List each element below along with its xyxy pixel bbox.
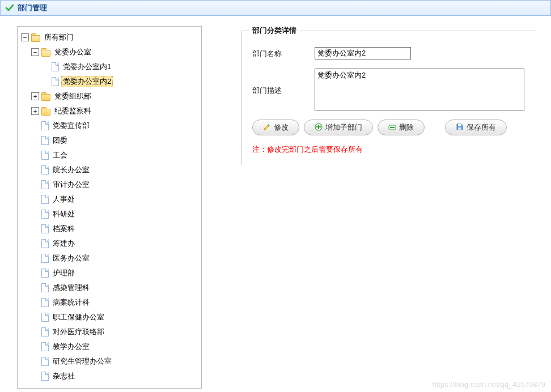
input-dept-desc[interactable] bbox=[315, 69, 524, 110]
indent bbox=[21, 327, 31, 337]
tree-node-label: 医务办公室 bbox=[51, 253, 91, 263]
tree-node[interactable]: 科研处 bbox=[18, 207, 201, 221]
svg-rect-4 bbox=[458, 127, 461, 130]
edit-button-label: 修改 bbox=[274, 122, 289, 133]
tree-node[interactable]: 研究生管理办公室 bbox=[18, 354, 201, 369]
tree-node[interactable]: 团委 bbox=[18, 133, 201, 148]
edit-button[interactable]: 修改 bbox=[252, 120, 299, 135]
save-all-button[interactable]: 保存所有 bbox=[445, 120, 507, 135]
tree-node[interactable]: −所有部门 bbox=[18, 30, 201, 45]
detail-panel: 部门分类详情 部门名称 部门描述 修改 bbox=[241, 31, 536, 389]
document-icon bbox=[41, 165, 49, 174]
tree-node[interactable]: 教学办公室 bbox=[18, 339, 201, 354]
tree-node[interactable]: 党委宣传部 bbox=[18, 118, 201, 133]
tree-node[interactable]: 职工保健办公室 bbox=[18, 310, 201, 325]
tree-node[interactable]: 杂志社 bbox=[18, 369, 201, 384]
collapse-icon[interactable]: − bbox=[21, 33, 29, 41]
add-child-button-label: 增加子部门 bbox=[325, 122, 362, 133]
folder-icon bbox=[41, 48, 50, 56]
add-child-button[interactable]: 增加子部门 bbox=[304, 120, 373, 135]
row-desc: 部门描述 bbox=[252, 69, 526, 110]
indent bbox=[31, 76, 41, 87]
indent bbox=[21, 356, 31, 367]
indent bbox=[21, 150, 31, 160]
indent bbox=[21, 194, 31, 204]
check-icon bbox=[5, 3, 14, 12]
indent bbox=[21, 106, 31, 116]
indent bbox=[21, 297, 31, 308]
indent bbox=[21, 224, 31, 234]
tree-node[interactable]: 医务办公室 bbox=[18, 251, 201, 266]
document-icon bbox=[41, 151, 49, 160]
document-icon bbox=[41, 224, 49, 233]
tree-node-label: 护理部 bbox=[51, 268, 77, 278]
content-area: −所有部门−党委办公室党委办公室内1党委办公室内2+党委组织部+纪委监察科党委宣… bbox=[0, 16, 551, 389]
indent bbox=[21, 342, 31, 352]
tree-node-label: 所有部门 bbox=[43, 32, 75, 42]
watermark: https://blog.csdn.net/qq_42570879 bbox=[433, 380, 546, 389]
document-icon bbox=[41, 342, 49, 351]
indent bbox=[21, 91, 31, 101]
tree-body[interactable]: −所有部门−党委办公室党委办公室内1党委办公室内2+党委组织部+纪委监察科党委宣… bbox=[18, 27, 201, 388]
tree-node-label: 对外医疗联络部 bbox=[51, 327, 106, 337]
tree-node-label: 审计办公室 bbox=[51, 180, 91, 190]
tree-node-label: 病案统计科 bbox=[51, 297, 91, 308]
expand-icon[interactable]: + bbox=[31, 92, 39, 100]
document-icon bbox=[41, 121, 49, 130]
tree-node[interactable]: 院长办公室 bbox=[18, 163, 201, 177]
expand-icon[interactable]: + bbox=[31, 107, 39, 115]
fieldset-legend: 部门分类详情 bbox=[249, 25, 300, 36]
tree-node[interactable]: 党委办公室内2 bbox=[18, 74, 201, 89]
indent bbox=[21, 165, 31, 175]
label-name: 部门名称 bbox=[252, 47, 315, 59]
tree-node[interactable]: +纪委监察科 bbox=[18, 104, 201, 118]
tree-node[interactable]: −党委办公室 bbox=[18, 45, 201, 59]
folder-icon bbox=[41, 107, 50, 115]
tree-node[interactable]: 党委办公室内1 bbox=[18, 59, 201, 74]
tree-node[interactable]: 对外医疗联络部 bbox=[18, 325, 201, 339]
document-icon bbox=[52, 62, 59, 71]
delete-button-label: 删除 bbox=[399, 122, 414, 133]
indent bbox=[21, 47, 31, 57]
document-icon bbox=[41, 298, 49, 307]
document-icon bbox=[41, 357, 49, 366]
indent bbox=[21, 62, 31, 72]
label-desc: 部门描述 bbox=[252, 84, 315, 96]
tree-node-label: 院长办公室 bbox=[51, 165, 91, 175]
tree-node[interactable]: 审计办公室 bbox=[18, 177, 201, 192]
tree-node[interactable]: 护理部 bbox=[18, 266, 201, 280]
tree-node-label: 教学办公室 bbox=[51, 342, 91, 352]
tree-node[interactable]: 病案统计科 bbox=[18, 295, 201, 310]
document-icon bbox=[41, 180, 49, 189]
tree-node[interactable]: 工会 bbox=[18, 148, 201, 163]
tree-node-label: 人事处 bbox=[51, 194, 77, 204]
tree-node[interactable]: 感染管理科 bbox=[18, 280, 201, 295]
indent bbox=[21, 268, 31, 278]
document-icon bbox=[41, 327, 49, 336]
tree-node-label: 科研处 bbox=[51, 209, 77, 219]
tree-node-label: 党委宣传部 bbox=[51, 121, 91, 131]
document-icon bbox=[41, 372, 49, 381]
tree-node-label: 杂志社 bbox=[51, 371, 77, 381]
tree-node[interactable]: 筹建办 bbox=[18, 236, 201, 251]
collapse-icon[interactable]: − bbox=[31, 48, 39, 56]
tree-node[interactable]: 人事处 bbox=[18, 192, 201, 207]
document-icon bbox=[41, 136, 49, 145]
page-header: 部门管理 bbox=[0, 0, 551, 16]
tree-node-label: 党委办公室 bbox=[53, 47, 93, 57]
document-icon bbox=[52, 77, 59, 86]
tree-node[interactable]: +党委组织部 bbox=[18, 89, 201, 104]
plus-icon bbox=[315, 123, 323, 133]
pencil-icon bbox=[263, 123, 271, 133]
delete-button[interactable]: 删除 bbox=[378, 120, 425, 135]
tree-node-label: 党委组织部 bbox=[53, 91, 93, 101]
indent bbox=[21, 209, 31, 219]
tree-node[interactable]: 档案科 bbox=[18, 221, 201, 236]
tree-node-label: 党委办公室内1 bbox=[61, 62, 113, 72]
page-title: 部门管理 bbox=[18, 3, 47, 13]
input-dept-name[interactable] bbox=[315, 47, 411, 59]
row-name: 部门名称 bbox=[252, 47, 526, 59]
detail-fieldset: 部门分类详情 部门名称 部门描述 修改 bbox=[241, 31, 536, 165]
indent bbox=[21, 135, 31, 146]
tree-node-label: 职工保健办公室 bbox=[51, 312, 106, 322]
